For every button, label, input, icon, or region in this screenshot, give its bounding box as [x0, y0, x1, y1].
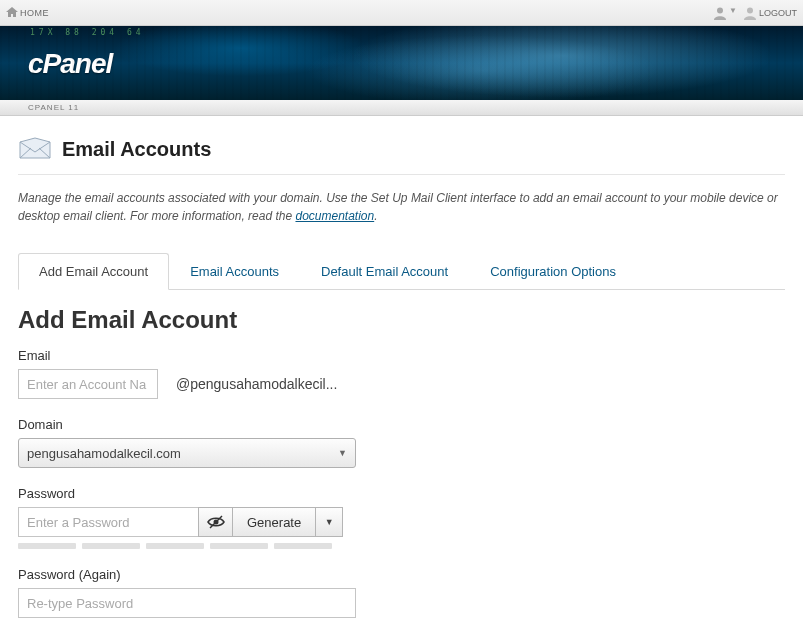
- email-input[interactable]: [18, 369, 158, 399]
- password-label: Password: [18, 486, 785, 501]
- intro-part2: .: [374, 209, 377, 223]
- mail-icon: [18, 136, 52, 162]
- home-button[interactable]: HOME: [6, 7, 49, 19]
- logout-label: LOGOUT: [759, 8, 797, 18]
- domain-label: Domain: [18, 417, 785, 432]
- user-icon: [713, 6, 727, 20]
- eye-slash-icon: [207, 515, 225, 529]
- section-title: Add Email Account: [18, 306, 785, 334]
- chevron-down-icon: ▼: [338, 448, 347, 458]
- password-again-label: Password (Again): [18, 567, 785, 582]
- toggle-password-visibility[interactable]: [198, 507, 232, 537]
- password-again-input[interactable]: [18, 588, 356, 618]
- home-icon: [6, 7, 18, 18]
- chevron-down-icon: ▼: [325, 517, 334, 527]
- banner-ticker: 17X 88 204 64: [30, 28, 145, 37]
- logout-button[interactable]: LOGOUT: [743, 6, 797, 20]
- user-menu[interactable]: ▼: [713, 6, 737, 20]
- intro-text: Manage the email accounts associated wit…: [18, 189, 785, 225]
- top-toolbar: HOME ▼ LOGOUT: [0, 0, 803, 26]
- domain-selected: pengusahamodalkecil.com: [27, 446, 181, 461]
- subbar-text: CPANEL 11: [28, 103, 79, 112]
- tab-configuration-options[interactable]: Configuration Options: [469, 253, 637, 289]
- password-input[interactable]: [18, 507, 198, 537]
- page-title: Email Accounts: [62, 138, 211, 161]
- svg-point-0: [717, 7, 723, 13]
- brand-logo: cPanel: [28, 48, 112, 80]
- tab-email-accounts[interactable]: Email Accounts: [169, 253, 300, 289]
- svg-point-1: [747, 7, 753, 13]
- generate-password-dropdown[interactable]: ▼: [315, 507, 343, 537]
- home-label: HOME: [20, 8, 49, 18]
- divider: [18, 174, 785, 175]
- chevron-down-icon: ▼: [729, 6, 737, 20]
- tabs: Add Email Account Email Accounts Default…: [18, 253, 785, 290]
- banner: 17X 88 204 64 cPanel: [0, 26, 803, 100]
- tab-add-email-account[interactable]: Add Email Account: [18, 253, 169, 290]
- password-strength-meter: [18, 543, 785, 549]
- documentation-link[interactable]: documentation: [295, 209, 374, 223]
- intro-part1: Manage the email accounts associated wit…: [18, 191, 778, 223]
- generate-password-button[interactable]: Generate: [232, 507, 315, 537]
- tab-default-email-account[interactable]: Default Email Account: [300, 253, 469, 289]
- logout-icon: [743, 6, 757, 20]
- domain-select[interactable]: pengusahamodalkecil.com ▼: [18, 438, 356, 468]
- sub-toolbar: CPANEL 11: [0, 100, 803, 116]
- email-domain-suffix: @pengusahamodalkecil...: [176, 376, 337, 392]
- email-label: Email: [18, 348, 785, 363]
